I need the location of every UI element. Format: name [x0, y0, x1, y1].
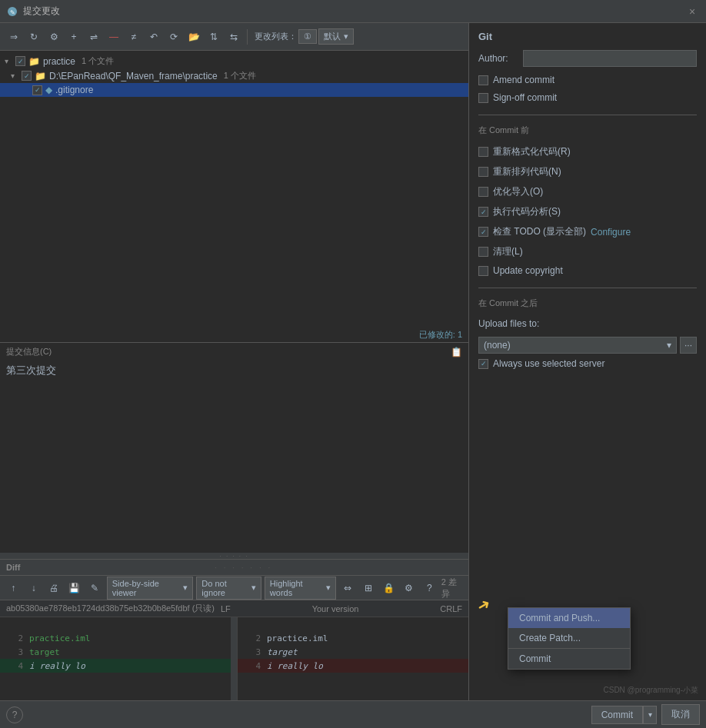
cleanup-row: 清理(L)	[478, 245, 697, 258]
diff-btn-help[interactable]: ?	[421, 579, 438, 597]
checkbox-gitignore[interactable]	[32, 85, 42, 95]
copyright-label: Update copyright	[493, 265, 563, 276]
diff-right-row-4: 4 i really lo	[238, 659, 468, 673]
folder-icon-dir: 📁	[35, 71, 46, 81]
toolbar-btn-refresh[interactable]: ↻	[25, 28, 43, 46]
diff-title: Diff	[6, 563, 20, 572]
amend-commit-label[interactable]: Amend commit	[493, 75, 554, 85]
reformat-label: 重新格式化代码(R)	[493, 145, 571, 158]
diff-btn-up[interactable]: ↑	[5, 579, 22, 597]
toolbar-changes-label: 更改列表：	[255, 31, 297, 42]
diff-btn-save[interactable]: 💾	[66, 579, 84, 597]
context-menu-item-commitpush[interactable]: Commit and Push...	[508, 608, 630, 628]
diff-ignore-dropdown[interactable]: Do not ignore ▾	[196, 577, 261, 600]
title-bar: ✎ 提交更改 ×	[0, 0, 706, 23]
rearrange-checkbox[interactable]	[478, 167, 488, 177]
signoff-commit-checkbox[interactable]	[478, 93, 488, 103]
toolbar-changes-dropdown[interactable]: ①	[298, 29, 317, 44]
cleanup-label: 清理(L)	[493, 245, 523, 258]
diff-lf: LF	[221, 604, 231, 613]
toolbar-btn-add[interactable]: +	[65, 28, 83, 46]
configure-link[interactable]: Configure	[591, 227, 631, 238]
analyze-row: 执行代码分析(S)	[478, 205, 697, 218]
upload-more-btn[interactable]: ···	[680, 337, 697, 354]
todo-label: 检查 TODO (显示全部)	[493, 225, 586, 238]
diff-btn-lock[interactable]: 🔒	[380, 579, 398, 597]
toolbar-btn-redo[interactable]: ⟳	[165, 28, 183, 46]
left-panel: ⇒ ↻ ⚙ + ⇌ — ≠ ↶ ⟳ 📂 ⇅ ⇆ 更改列表： ① 默认 ▾	[0, 23, 469, 728]
tree-row-practice[interactable]: ▾ 📁 practice 1 个文件	[0, 54, 468, 68]
toolbar-btn-arrow[interactable]: ⇒	[5, 28, 23, 46]
checkbox-practice[interactable]	[15, 56, 25, 66]
expand-icon-dir: ▾	[11, 71, 18, 80]
amend-commit-row: Amend commit	[478, 75, 697, 85]
author-input[interactable]	[523, 50, 697, 67]
diff-btn-align[interactable]: ⇔	[339, 579, 357, 597]
amend-commit-checkbox[interactable]	[478, 75, 488, 85]
copyright-row: Update copyright	[478, 265, 697, 276]
context-menu-item-commit[interactable]: Commit	[508, 649, 630, 669]
diff-btn-gear[interactable]: ⚙	[401, 579, 418, 597]
toolbar-btn-settings[interactable]: ⚙	[45, 28, 63, 46]
toolbar-btn-move[interactable]: ⇌	[85, 28, 103, 46]
author-row: Author:	[478, 50, 697, 67]
diff-btn-edit[interactable]: ✎	[86, 579, 104, 597]
toolbar-btn-undo[interactable]: ↶	[145, 28, 163, 46]
title-bar-title: 提交更改	[23, 5, 684, 18]
toolbar-btn-sort2[interactable]: ⇆	[225, 28, 243, 46]
before-commit-title: 在 Commit 前	[478, 125, 697, 136]
tree-count-dir: 1 个文件	[224, 70, 256, 81]
diff-toolbar: ↑ ↓ 🖨 💾 ✎ Side-by-side viewer ▾ Do not i…	[0, 576, 468, 600]
reformat-row: 重新格式化代码(R)	[478, 145, 697, 158]
optimize-label: 优化导入(O)	[493, 185, 543, 198]
file-tree: ▾ 📁 practice 1 个文件 ▾ 📁 D:\EPanRead\QF_Ma…	[0, 51, 468, 327]
rearrange-label: 重新排列代码(N)	[493, 165, 561, 178]
always-use-server-label[interactable]: Always use selected server	[493, 358, 604, 369]
diff-left-row-3: 3 target	[0, 645, 231, 659]
tree-count-practice: 1 个文件	[82, 55, 114, 67]
diff-btn-down[interactable]: ↓	[25, 579, 43, 597]
toolbar-btn-sort1[interactable]: ⇅	[205, 28, 223, 46]
analyze-checkbox[interactable]	[478, 207, 488, 217]
tree-row-dir[interactable]: ▾ 📁 D:\EPanRead\QF_Maven_frame\practice …	[0, 68, 468, 83]
upload-dropdown[interactable]: (none) ▾	[478, 337, 677, 354]
diff-right-row-2: 2 practice.iml	[238, 631, 468, 645]
optimize-checkbox[interactable]	[478, 187, 488, 197]
toolbar-btn-remove[interactable]: —	[105, 28, 123, 46]
commit-dropdown-button[interactable]: ▾	[643, 706, 657, 724]
diff-file-bar: ab05380ae7878eb1724dd38b75eb32b0b8e5fdbf…	[0, 600, 468, 617]
commit-icon: 📋	[451, 347, 462, 357]
signoff-commit-label[interactable]: Sign-off commit	[493, 92, 557, 103]
cleanup-checkbox[interactable]	[478, 247, 488, 257]
reformat-checkbox[interactable]	[478, 147, 488, 157]
upload-label: Upload files to:	[478, 318, 697, 329]
author-label: Author:	[478, 53, 517, 64]
help-button[interactable]: ?	[6, 706, 23, 723]
tree-row-gitignore[interactable]: ◆ .gitignore	[0, 83, 468, 97]
folder-icon: 📁	[28, 56, 40, 67]
diff-divider[interactable]: · · · · ·	[0, 553, 468, 559]
diff-highlight-dropdown[interactable]: Highlight words ▾	[265, 577, 336, 600]
commit-button[interactable]: Commit	[591, 706, 643, 724]
context-menu-item-createpatch[interactable]: Create Patch...	[508, 628, 630, 648]
modified-count: 已修改的: 1	[0, 327, 468, 342]
diff-left-row-2: 2 practice.iml	[0, 631, 231, 645]
diff-btn-print[interactable]: 🖨	[45, 579, 63, 597]
diff-btn-columns[interactable]: ⊞	[360, 579, 378, 597]
close-button[interactable]: ×	[684, 4, 700, 19]
toolbar-btn-folder[interactable]: 📂	[185, 28, 203, 46]
expand-icon: ▾	[5, 57, 12, 65]
commit-label: 提交信息(C)	[6, 346, 52, 357]
tree-label-dir: D:\EPanRead\QF_Maven_frame\practice	[49, 71, 218, 81]
cancel-button[interactable]: 取消	[661, 704, 700, 725]
diff-viewer-dropdown[interactable]: Side-by-side viewer ▾	[107, 577, 194, 600]
todo-checkbox[interactable]	[478, 227, 488, 237]
diff-left-row-1	[0, 617, 231, 631]
rearrange-row: 重新排列代码(N)	[478, 165, 697, 178]
always-use-server-checkbox[interactable]	[478, 359, 488, 369]
toolbar-default-dropdown[interactable]: 默认 ▾	[318, 28, 354, 45]
checkbox-dir[interactable]	[22, 71, 32, 81]
toolbar-sep	[247, 29, 248, 45]
toolbar-btn-diff[interactable]: ≠	[125, 28, 143, 46]
copyright-checkbox[interactable]	[478, 266, 488, 276]
